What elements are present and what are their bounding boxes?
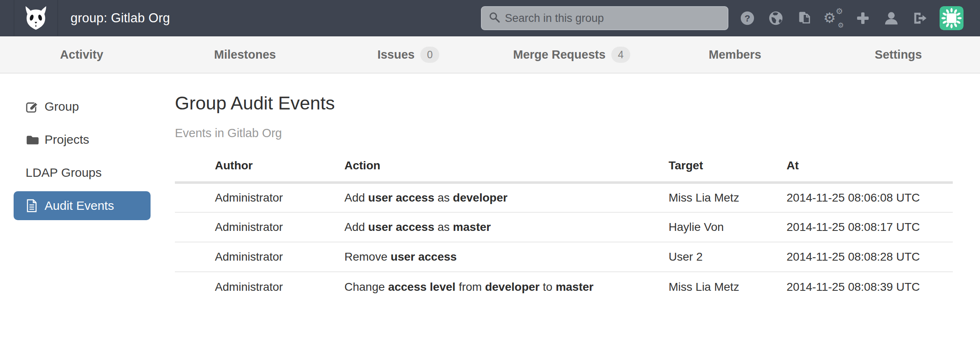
- snippets-icon[interactable]: [796, 10, 813, 27]
- author-cell: Administrator: [175, 272, 344, 302]
- tab-settings[interactable]: Settings: [817, 36, 980, 73]
- sidebar-item-ldap-groups[interactable]: LDAP Groups: [0, 156, 175, 189]
- author-cell: Administrator: [175, 183, 344, 212]
- search-box: [481, 6, 728, 30]
- page-title: Group Audit Events: [175, 93, 980, 114]
- content-area: Group Projects LDAP Groups: [0, 74, 980, 302]
- action-cell: Remove user access: [344, 242, 669, 272]
- author-cell: Administrator: [175, 212, 344, 242]
- sidebar-item-group[interactable]: Group: [0, 90, 175, 123]
- profile-user-icon[interactable]: [883, 10, 900, 27]
- new-project-plus-icon[interactable]: [854, 10, 872, 27]
- table-row: Administrator Add user access as master …: [175, 212, 953, 242]
- merge-requests-count-badge: 4: [611, 47, 630, 63]
- user-avatar[interactable]: [940, 6, 964, 30]
- file-text-icon: [26, 199, 40, 213]
- table-row: Administrator Change access level from d…: [175, 272, 953, 302]
- target-cell: User 2: [669, 242, 787, 272]
- tab-activity[interactable]: Activity: [0, 36, 163, 73]
- tab-milestones[interactable]: Milestones: [163, 36, 327, 73]
- timestamp-cell: 2014-11-25 08:08:17 UTC: [787, 212, 953, 242]
- author-cell: Administrator: [175, 242, 344, 272]
- table-row: Administrator Add user access as develop…: [175, 183, 953, 212]
- action-cell: Change access level from developer to ma…: [344, 272, 669, 302]
- globe-icon[interactable]: [767, 10, 784, 27]
- sidebar-item-audit-events[interactable]: Audit Events: [14, 191, 151, 220]
- help-icon[interactable]: ?: [739, 10, 756, 27]
- main-panel: Group Audit Events Events in Gitlab Org …: [175, 74, 980, 302]
- sign-out-icon[interactable]: [911, 10, 928, 27]
- target-cell: Haylie Von: [669, 212, 787, 242]
- page-context-title: group: Gitlab Org: [71, 11, 170, 26]
- top-icons: ? ⚙ ⚙ ⚙: [739, 0, 964, 36]
- settings-sidebar: Group Projects LDAP Groups: [0, 74, 175, 302]
- target-cell: Miss Lia Metz: [669, 183, 787, 212]
- search-icon: [488, 11, 505, 25]
- timestamp-cell: 2014-11-25 08:06:08 UTC: [787, 183, 953, 212]
- timestamp-cell: 2014-11-25 08:08:28 UTC: [787, 242, 953, 272]
- column-header-target: Target: [669, 152, 787, 183]
- tab-merge-requests[interactable]: Merge Requests 4: [490, 36, 653, 73]
- column-header-action: Action: [344, 152, 669, 183]
- issues-count-badge: 0: [420, 47, 439, 63]
- sidebar-item-projects[interactable]: Projects: [0, 123, 175, 156]
- column-header-author: Author: [175, 152, 344, 183]
- action-cell: Add user access as master: [344, 212, 669, 242]
- group-tab-bar: Activity Milestones Issues 0 Merge Reque…: [0, 36, 980, 74]
- timestamp-cell: 2014-11-25 08:08:39 UTC: [787, 272, 953, 302]
- column-header-at: At: [787, 152, 953, 183]
- admin-gears-icon[interactable]: ⚙ ⚙ ⚙: [824, 9, 843, 28]
- action-cell: Add user access as developer: [344, 183, 669, 212]
- tab-issues[interactable]: Issues 0: [327, 36, 490, 73]
- gitlab-logo: [23, 4, 49, 32]
- folder-icon: [26, 133, 40, 146]
- page-subtitle: Events in Gitlab Org: [175, 126, 980, 140]
- table-row: Administrator Remove user access User 2 …: [175, 242, 953, 272]
- audit-events-table: Author Action Target At Administrator Ad…: [175, 152, 953, 302]
- pencil-square-icon: [26, 100, 40, 113]
- tab-members[interactable]: Members: [653, 36, 817, 73]
- target-cell: Miss Lia Metz: [669, 272, 787, 302]
- svg-text:?: ?: [744, 13, 750, 24]
- search-input[interactable]: [505, 12, 721, 25]
- top-navbar: group: Gitlab Org ?: [0, 0, 980, 36]
- table-header-row: Author Action Target At: [175, 152, 953, 183]
- home-link[interactable]: [14, 0, 58, 36]
